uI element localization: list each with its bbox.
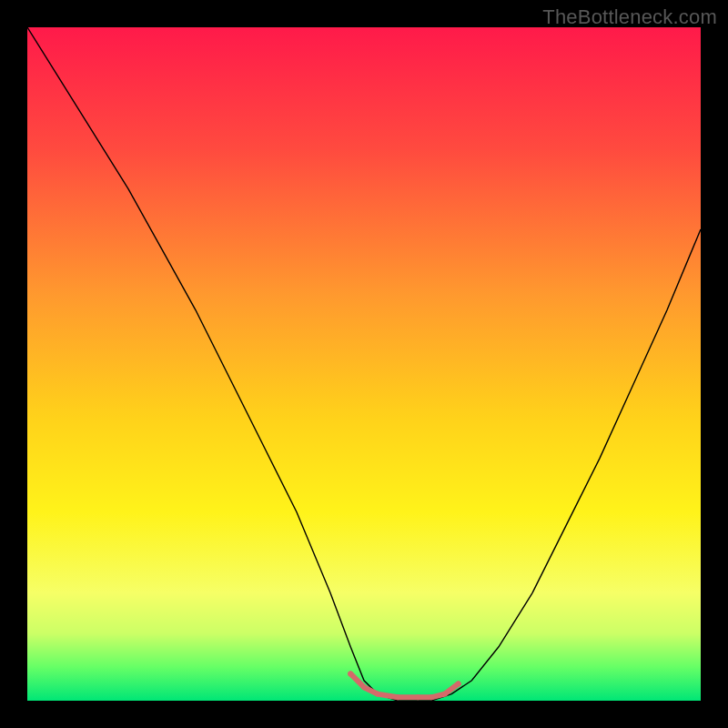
highlight-dot	[375, 692, 380, 697]
highlight-dot	[415, 694, 420, 700]
highlight-dot	[429, 694, 434, 700]
highlight-dot	[395, 694, 400, 700]
highlight-dot	[348, 671, 353, 676]
chart-background	[27, 27, 701, 701]
highlight-dot	[456, 682, 461, 687]
chart-svg	[27, 27, 701, 701]
chart-frame	[27, 27, 701, 701]
highlight-dot	[361, 684, 367, 690]
highlight-dot	[442, 692, 448, 697]
watermark-text: TheBottleneck.com	[542, 5, 717, 29]
